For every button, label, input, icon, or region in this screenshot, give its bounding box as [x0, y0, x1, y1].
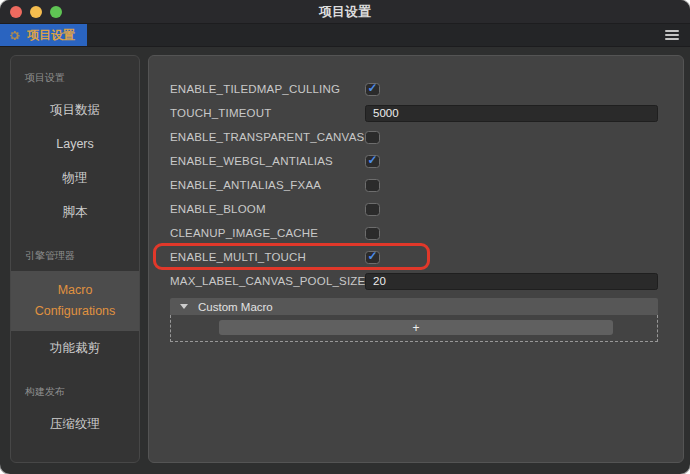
checkbox-enable-bloom[interactable] — [365, 203, 380, 216]
sidebar-section-header: 引擎管理器 — [11, 229, 139, 271]
window-title: 项目设置 — [0, 0, 690, 24]
setting-control — [365, 273, 658, 290]
settings-panel: ENABLE_TILEDMAP_CULLING✓TOUCH_TIMEOUTENA… — [148, 55, 684, 463]
custom-macro-header[interactable]: Custom Macro — [170, 298, 658, 315]
setting-label: MAX_LABEL_CANVAS_POOL_SIZE — [170, 275, 365, 287]
gear-icon — [8, 29, 21, 42]
tab-bar: 项目设置 — [0, 24, 690, 47]
setting-control — [365, 179, 658, 192]
setting-control: ✓ — [365, 155, 658, 168]
check-icon: ✓ — [367, 154, 377, 166]
check-icon: ✓ — [367, 82, 377, 94]
tab-project-settings[interactable]: 项目设置 — [0, 24, 87, 46]
setting-label: ENABLE_TILEDMAP_CULLING — [170, 83, 365, 95]
project-settings-window: 项目设置 项目设置 项目设置项目数据Layers物理脚本引擎管理器Macro C… — [0, 0, 690, 474]
setting-label: ENABLE_TRANSPARENT_CANVAS — [170, 131, 365, 143]
sidebar-item-压缩纹理[interactable]: 压缩纹理 — [11, 407, 139, 441]
checkbox-cleanup-image-cache[interactable] — [365, 227, 380, 240]
setting-row-enable-antialias-fxaa: ENABLE_ANTIALIAS_FXAA — [170, 173, 658, 197]
setting-label: ENABLE_WEBGL_ANTIALIAS — [170, 155, 365, 167]
check-icon: ✓ — [367, 250, 377, 262]
custom-macro-title: Custom Macro — [198, 301, 273, 313]
titlebar: 项目设置 — [0, 0, 690, 24]
sidebar-item-项目数据[interactable]: 项目数据 — [11, 93, 139, 127]
tab-label: 项目设置 — [27, 27, 75, 44]
sidebar-item-macro-configurations[interactable]: Macro Configurations — [11, 271, 139, 331]
setting-label: CLEANUP_IMAGE_CACHE — [170, 227, 365, 239]
setting-control: ✓ — [365, 83, 658, 96]
settings-rows: ENABLE_TILEDMAP_CULLING✓TOUCH_TIMEOUTENA… — [170, 77, 658, 293]
checkbox-enable-tiledmap-culling[interactable]: ✓ — [365, 83, 380, 96]
setting-control — [365, 105, 658, 122]
setting-row-enable-webgl-antialias: ENABLE_WEBGL_ANTIALIAS✓ — [170, 149, 658, 173]
checkbox-enable-multi-touch[interactable]: ✓ — [365, 251, 380, 264]
setting-row-enable-tiledmap-culling: ENABLE_TILEDMAP_CULLING✓ — [170, 77, 658, 101]
setting-control — [365, 131, 658, 144]
setting-row-touch-timeout: TOUCH_TIMEOUT — [170, 101, 658, 125]
chevron-down-icon — [180, 304, 188, 309]
checkbox-enable-transparent-canvas[interactable] — [365, 131, 380, 144]
sidebar-item-物理[interactable]: 物理 — [11, 161, 139, 195]
custom-macro-section: Custom Macro + — [170, 298, 658, 342]
hamburger-menu-icon[interactable] — [665, 29, 679, 41]
sidebar-section-header: 项目设置 — [11, 56, 139, 93]
input-max-label-canvas-pool-size[interactable] — [365, 273, 658, 290]
setting-row-enable-multi-touch: ENABLE_MULTI_TOUCH✓ — [170, 245, 658, 269]
setting-label: TOUCH_TIMEOUT — [170, 107, 365, 119]
setting-row-cleanup-image-cache: CLEANUP_IMAGE_CACHE — [170, 221, 658, 245]
setting-label: ENABLE_BLOOM — [170, 203, 365, 215]
sidebar: 项目设置项目数据Layers物理脚本引擎管理器Macro Configurati… — [10, 55, 140, 463]
setting-row-enable-bloom: ENABLE_BLOOM — [170, 197, 658, 221]
content-area: 项目设置项目数据Layers物理脚本引擎管理器Macro Configurati… — [0, 47, 690, 474]
sidebar-item-脚本[interactable]: 脚本 — [11, 195, 139, 229]
setting-control: ✓ — [365, 251, 658, 264]
checkbox-enable-webgl-antialias[interactable]: ✓ — [365, 155, 380, 168]
setting-row-enable-transparent-canvas: ENABLE_TRANSPARENT_CANVAS — [170, 125, 658, 149]
sidebar-section-header: 构建发布 — [11, 365, 139, 407]
add-macro-button[interactable]: + — [219, 320, 613, 335]
setting-control — [365, 203, 658, 216]
setting-label: ENABLE_MULTI_TOUCH — [170, 251, 365, 263]
setting-label: ENABLE_ANTIALIAS_FXAA — [170, 179, 365, 191]
checkbox-enable-antialias-fxaa[interactable] — [365, 179, 380, 192]
custom-macro-body: + — [170, 315, 658, 342]
plus-icon: + — [412, 322, 419, 334]
setting-control — [365, 227, 658, 240]
sidebar-item-功能裁剪[interactable]: 功能裁剪 — [11, 331, 139, 365]
setting-row-max-label-canvas-pool-size: MAX_LABEL_CANVAS_POOL_SIZE — [170, 269, 658, 293]
sidebar-item-layers[interactable]: Layers — [11, 127, 139, 161]
input-touch-timeout[interactable] — [365, 105, 658, 122]
